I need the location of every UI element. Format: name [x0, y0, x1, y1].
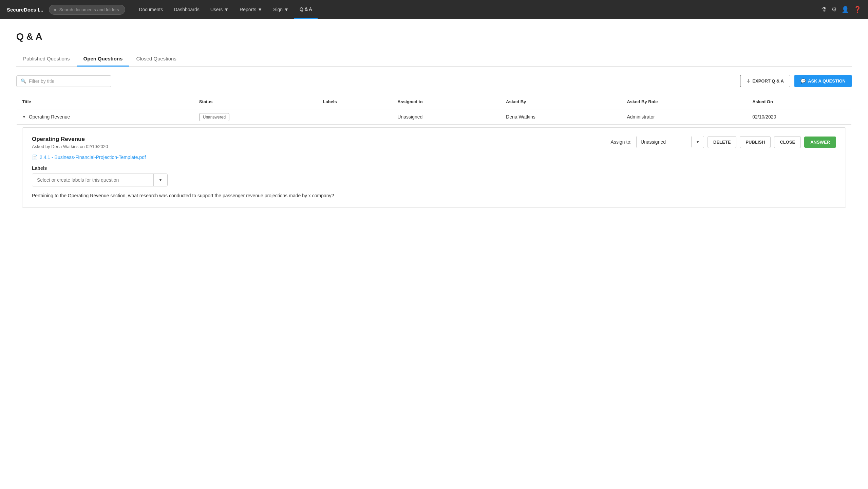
row-asked-by-cell: Dena Watkins: [501, 109, 621, 125]
toolbar: 🔍 ⇓ EXPORT Q & A 💬 ASK A QUESTION: [16, 75, 852, 87]
main-content: Q & A Published Questions Open Questions…: [0, 19, 868, 489]
nav-links: Documents Dashboards Users ▼ Reports ▼ S…: [133, 0, 821, 19]
table-header-row: Title Status Labels Assigned to Asked By…: [17, 94, 852, 109]
filter-input-wrap[interactable]: 🔍: [16, 75, 111, 87]
col-assigned-to: Assigned to: [392, 94, 501, 109]
assign-select[interactable]: Unassigned: [637, 136, 691, 148]
col-asked-by: Asked By: [501, 94, 621, 109]
nav-qa[interactable]: Q & A: [294, 0, 318, 19]
nav-reports[interactable]: Reports ▼: [234, 0, 268, 19]
detail-left: Operating Revenue Asked by Dena Watkins …: [32, 136, 108, 149]
search-icon: ●: [54, 7, 57, 12]
publish-button[interactable]: PUBLISH: [740, 136, 771, 148]
chevron-down-icon: ▼: [284, 7, 289, 12]
brand: SecureDocs I...: [7, 7, 43, 13]
file-icon: 📄: [32, 155, 38, 160]
detail-actions: Assign to: Unassigned ▼ DELETE PUBLISH C…: [611, 136, 836, 148]
search-input[interactable]: [59, 7, 120, 12]
nav-dashboards[interactable]: Dashboards: [168, 0, 205, 19]
page-title: Q & A: [16, 31, 852, 42]
col-asked-by-role: Asked By Role: [621, 94, 747, 109]
chevron-down-icon: ▼: [691, 137, 704, 147]
delete-button[interactable]: DELETE: [707, 136, 736, 148]
row-expand-icon[interactable]: ▼: [22, 114, 26, 119]
qa-table: Title Status Labels Assigned to Asked By…: [16, 94, 852, 214]
col-status: Status: [194, 94, 318, 109]
col-title: Title: [17, 94, 194, 109]
labels-select-wrap[interactable]: ▼: [32, 174, 168, 186]
gear-icon[interactable]: ⚙: [831, 6, 837, 13]
search-bar[interactable]: ●: [49, 5, 126, 15]
detail-title: Operating Revenue: [32, 136, 108, 143]
answer-button[interactable]: ANSWER: [804, 137, 836, 148]
tab-open-questions[interactable]: Open Questions: [77, 52, 130, 67]
detail-card: Operating Revenue Asked by Dena Watkins …: [22, 127, 846, 208]
col-labels: Labels: [317, 94, 392, 109]
download-icon: ⇓: [747, 78, 750, 84]
chevron-down-icon: ▼: [224, 7, 229, 12]
flask-icon[interactable]: ⚗: [821, 6, 827, 13]
detail-cell: Operating Revenue Asked by Dena Watkins …: [17, 125, 852, 214]
search-icon: 🔍: [21, 78, 26, 84]
question-body: Pertaining to the Operating Revenue sect…: [32, 192, 836, 199]
assign-to-label: Assign to:: [611, 139, 631, 145]
row-asked-on-cell: 02/10/2020: [747, 109, 851, 125]
detail-row: Operating Revenue Asked by Dena Watkins …: [17, 125, 852, 214]
labels-input[interactable]: [32, 174, 153, 186]
labels-heading: Labels: [32, 165, 836, 171]
row-labels-cell: [317, 109, 392, 125]
file-link[interactable]: 📄 2.4.1 - Business-Financial-Projection-…: [32, 155, 836, 160]
row-title-cell: ▼ Operating Revenue: [17, 109, 194, 125]
nav-users[interactable]: Users ▼: [205, 0, 234, 19]
labels-section: Labels ▼: [32, 165, 836, 186]
status-badge: Unanswered: [199, 113, 229, 121]
filter-input[interactable]: [29, 78, 107, 84]
nav-icons: ⚗ ⚙ 👤 ❓: [821, 6, 861, 13]
detail-subtitle: Asked by Dena Watkins on 02/10/2020: [32, 144, 108, 149]
col-asked-on: Asked On: [747, 94, 851, 109]
tabs: Published Questions Open Questions Close…: [16, 52, 852, 67]
row-asked-by-role-cell: Administrator: [621, 109, 747, 125]
file-link-text: 2.4.1 - Business-Financial-Projection-Te…: [40, 155, 146, 160]
nav-sign[interactable]: Sign ▼: [268, 0, 294, 19]
assign-select-wrap[interactable]: Unassigned ▼: [636, 136, 704, 148]
row-status-cell: Unanswered: [194, 109, 318, 125]
export-button[interactable]: ⇓ EXPORT Q & A: [740, 75, 790, 87]
navbar: SecureDocs I... ● Documents Dashboards U…: [0, 0, 868, 19]
row-title: Operating Revenue: [29, 114, 70, 120]
user-icon[interactable]: 👤: [842, 6, 849, 13]
detail-header: Operating Revenue Asked by Dena Watkins …: [32, 136, 836, 149]
chevron-down-icon: ▼: [153, 174, 167, 186]
ask-question-button[interactable]: 💬 ASK A QUESTION: [794, 75, 852, 87]
chevron-down-icon: ▼: [258, 7, 262, 12]
row-assigned-to-cell: Unassigned: [392, 109, 501, 125]
toolbar-right: ⇓ EXPORT Q & A 💬 ASK A QUESTION: [740, 75, 852, 87]
table-row[interactable]: ▼ Operating Revenue Unanswered Unassigne…: [17, 109, 852, 125]
close-button[interactable]: CLOSE: [774, 136, 801, 148]
tab-published-questions[interactable]: Published Questions: [16, 52, 77, 67]
tab-closed-questions[interactable]: Closed Questions: [129, 52, 183, 67]
nav-documents[interactable]: Documents: [133, 0, 168, 19]
help-icon[interactable]: ❓: [854, 6, 861, 13]
chat-icon: 💬: [800, 78, 806, 84]
